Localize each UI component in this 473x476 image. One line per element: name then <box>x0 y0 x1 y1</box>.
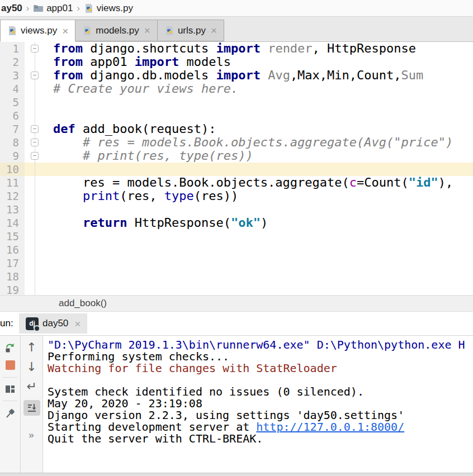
console-text: Django version 2.2.3, using settings 'da… <box>48 410 404 421</box>
line-number[interactable]: 8 <box>0 136 25 149</box>
up-stack-trace-icon[interactable]: ↑ <box>26 341 36 354</box>
line-number[interactable]: 3 <box>0 69 25 82</box>
code-token: django.shortcuts <box>83 42 216 55</box>
code-token: app01 <box>83 55 135 69</box>
code-token <box>53 216 83 230</box>
tab-label: urls.py <box>178 25 206 36</box>
code-token: import <box>216 69 260 82</box>
code-line[interactable]: def add_book(request): <box>44 122 473 136</box>
folder-icon <box>33 4 44 12</box>
line-number[interactable]: 15 <box>0 230 25 243</box>
breadcrumb-package[interactable]: app01 <box>46 3 73 14</box>
editor-gutter[interactable]: 1−23−4567−8−9−10111213141516171819 <box>0 42 44 295</box>
console-text: System check identified no issues (0 sil… <box>48 386 364 398</box>
stop-button[interactable] <box>6 360 15 370</box>
line-number[interactable]: 11 <box>0 176 25 189</box>
fold-marker-icon[interactable]: − <box>31 45 39 53</box>
more-actions-icon[interactable]: » <box>29 430 34 441</box>
breadcrumb-file[interactable]: views.py <box>97 3 133 14</box>
code-line[interactable]: from django.shortcuts import render, Htt… <box>44 42 473 55</box>
code-line[interactable]: # Create your views here. <box>44 82 473 96</box>
code-line[interactable] <box>44 163 473 176</box>
console-line: Performing system checks... <box>48 351 473 363</box>
line-number[interactable]: 2 <box>0 55 25 69</box>
console-line <box>48 374 473 386</box>
fold-marker-icon[interactable]: − <box>31 139 39 146</box>
code-line[interactable] <box>44 96 473 109</box>
console-line: Starting development server at http://12… <box>48 421 473 433</box>
code-token: "ok" <box>231 216 261 230</box>
close-icon[interactable]: × <box>62 26 68 36</box>
code-token: def <box>53 122 75 136</box>
code-line[interactable]: from app01 import models <box>44 55 473 69</box>
line-number[interactable]: 12 <box>0 189 25 203</box>
scroll-to-end-button[interactable] <box>23 400 40 416</box>
server-url-link[interactable]: http://127.0.0.1:8000/ <box>256 421 404 433</box>
run-config-tab-day50[interactable]: dj day50 × <box>19 313 87 334</box>
function-breadcrumb-label[interactable]: add_book() <box>59 298 107 309</box>
function-breadcrumb: add_book() <box>0 295 473 312</box>
code-line[interactable] <box>44 283 473 295</box>
tab-views-py[interactable]: views.py × <box>0 20 75 42</box>
fold-marker-icon[interactable]: − <box>31 125 39 133</box>
pin-tab-button[interactable] <box>5 408 15 418</box>
code-line[interactable] <box>44 256 473 270</box>
code-token: type <box>164 189 194 203</box>
tab-models-py[interactable]: models.py × <box>75 20 158 41</box>
code-line[interactable]: res = models.Book.objects.aggregate(c=Co… <box>44 176 473 189</box>
code-area[interactable]: from django.shortcuts import render, Htt… <box>44 42 473 295</box>
soft-wrap-icon[interactable]: ↵ <box>26 380 36 393</box>
code-token: HttpResponse( <box>127 216 230 230</box>
console-line: "D:\PyCharm 2019.1.3\bin\runnerw64.exe" … <box>48 339 473 351</box>
line-number[interactable]: 9 <box>0 149 25 163</box>
close-icon[interactable]: × <box>74 318 81 329</box>
line-number[interactable]: 5 <box>0 96 25 109</box>
run-tab-label: day50 <box>42 318 68 329</box>
code-token: import <box>216 42 260 55</box>
code-token: # Create your views here. <box>53 82 238 96</box>
code-line[interactable] <box>44 109 473 122</box>
code-line[interactable] <box>44 203 473 216</box>
code-token: (res)) <box>194 189 238 203</box>
code-line[interactable] <box>44 230 473 243</box>
line-number[interactable]: 1 <box>0 42 25 55</box>
line-number[interactable]: 17 <box>0 256 25 270</box>
code-editor[interactable]: 1−23−4567−8−9−10111213141516171819 from … <box>0 42 473 295</box>
code-line[interactable]: return HttpResponse("ok") <box>44 216 473 230</box>
fold-marker-icon[interactable]: − <box>31 72 39 79</box>
line-number[interactable]: 19 <box>0 283 25 295</box>
python-file-icon <box>164 26 174 36</box>
code-line[interactable]: # print(res, type(res)) <box>44 149 473 163</box>
line-number[interactable]: 7 <box>0 122 25 136</box>
code-line[interactable]: print(res, type(res)) <box>44 189 473 203</box>
console-line: Watching for file changes with StatReloa… <box>48 363 473 374</box>
close-icon[interactable]: × <box>211 25 217 36</box>
python-file-icon <box>84 3 94 13</box>
code-line[interactable]: from django.db.models import Avg,Max,Min… <box>44 69 473 82</box>
line-number[interactable]: 18 <box>0 270 25 283</box>
line-number[interactable]: 13 <box>0 203 25 216</box>
line-number[interactable]: 16 <box>0 243 25 256</box>
breadcrumb-project[interactable]: ay50 <box>1 3 22 14</box>
close-icon[interactable]: × <box>144 25 150 36</box>
code-line[interactable] <box>44 270 473 283</box>
line-number[interactable]: 4 <box>0 82 25 96</box>
line-number[interactable]: 10 <box>0 163 25 176</box>
python-file-icon <box>7 26 17 36</box>
console-line: System check identified no issues (0 sil… <box>48 386 473 398</box>
restore-layout-button[interactable] <box>5 385 15 393</box>
rerun-button[interactable] <box>4 342 16 353</box>
fold-marker-icon[interactable]: − <box>31 152 39 160</box>
code-token: ), <box>438 176 453 189</box>
code-token <box>53 136 83 149</box>
line-number[interactable]: 14 <box>0 216 25 230</box>
console-toolbar: ↑ ↓ ↵ » <box>21 336 43 473</box>
code-line[interactable]: # res = models.Book.objects.aggregate(Av… <box>44 136 473 149</box>
tab-urls-py[interactable]: urls.py × <box>158 20 224 41</box>
code-token: ) <box>261 216 268 230</box>
down-stack-trace-icon[interactable]: ↓ <box>26 361 36 373</box>
console-output[interactable]: "D:\PyCharm 2019.1.3\bin\runnerw64.exe" … <box>43 336 473 473</box>
code-token: render <box>261 42 313 55</box>
line-number[interactable]: 6 <box>0 109 25 122</box>
code-line[interactable] <box>44 243 473 256</box>
